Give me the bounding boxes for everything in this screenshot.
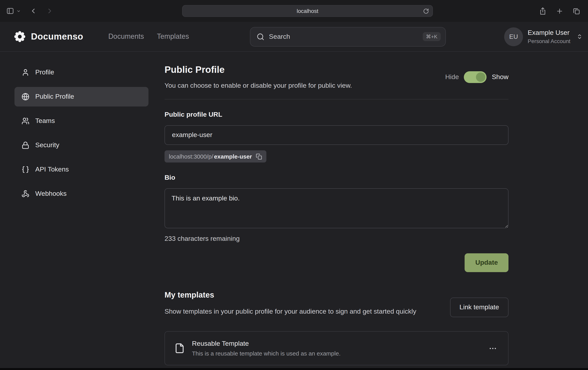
search-icon	[256, 33, 264, 41]
documenso-logo-icon	[14, 31, 26, 43]
profile-url-prefix: localhost:3000/p/	[169, 153, 213, 160]
sidebar-item-label: Public Profile	[35, 93, 74, 101]
sidebar-item-webhooks[interactable]: Webhooks	[14, 184, 148, 204]
my-templates-title: My templates	[165, 290, 416, 299]
lock-icon	[21, 141, 29, 149]
app-header: Documenso Documents Templates Search ⌘+K…	[0, 22, 588, 52]
avatar: EU	[504, 27, 523, 46]
file-icon	[174, 343, 185, 354]
page-subtitle: You can choose to enable or disable your…	[165, 82, 352, 90]
nav-documents[interactable]: Documents	[108, 32, 144, 41]
share-icon[interactable]	[539, 7, 546, 15]
link-template-button[interactable]: Link template	[450, 298, 508, 317]
globe-icon	[21, 93, 29, 101]
user-menu[interactable]: EU Example User Personal Account	[504, 27, 583, 46]
chevron-down-icon[interactable]	[16, 9, 21, 13]
sidebar-item-api-tokens[interactable]: API Tokens	[14, 160, 148, 179]
settings-sidebar: Profile Public Profile Teams Security	[0, 52, 149, 370]
forward-button[interactable]	[46, 7, 54, 15]
new-tab-icon[interactable]	[556, 7, 563, 15]
browser-chrome: localhost	[0, 0, 588, 22]
brand[interactable]: Documenso	[14, 31, 83, 43]
profile-visibility-toggle[interactable]	[464, 71, 487, 83]
toggle-show-label: Show	[492, 73, 508, 81]
users-icon	[21, 117, 29, 125]
template-description: This is a reusable template which is use…	[192, 350, 480, 357]
characters-remaining: 233 characters remaining	[165, 235, 508, 243]
profile-url-slug: example-user	[214, 153, 252, 160]
more-options-button[interactable]	[487, 342, 499, 354]
profile-visibility-toggle-group: Hide Show	[445, 71, 508, 83]
window-bottom-edge	[0, 368, 588, 370]
tab-overview-icon[interactable]	[573, 7, 580, 15]
profile-url-input[interactable]	[165, 125, 508, 145]
search-input[interactable]: Search ⌘+K	[250, 27, 446, 46]
user-name: Example User	[528, 29, 570, 37]
sidebar-item-teams[interactable]: Teams	[14, 111, 148, 131]
sidebar-item-label: Profile	[35, 69, 54, 76]
top-nav: Documents Templates	[108, 32, 189, 41]
copy-icon[interactable]	[256, 153, 262, 160]
sidebar-toggle-icon[interactable]	[6, 7, 14, 15]
url-text: localhost	[297, 8, 318, 14]
webhook-icon	[21, 190, 29, 198]
sidebar-item-label: Teams	[35, 117, 55, 125]
sidebar-item-label: Webhooks	[35, 190, 67, 198]
sidebar-item-security[interactable]: Security	[14, 135, 148, 155]
template-card: Reusable Template This is a reusable tem…	[165, 331, 508, 365]
nav-templates[interactable]: Templates	[157, 32, 189, 41]
sidebar-item-profile[interactable]: Profile	[14, 63, 148, 82]
address-bar[interactable]: localhost	[182, 5, 433, 17]
sidebar-item-label: API Tokens	[35, 166, 69, 174]
back-button[interactable]	[29, 7, 37, 15]
sidebar-item-public-profile[interactable]: Public Profile	[14, 87, 148, 106]
my-templates-subtitle: Show templates in your public profile fo…	[165, 307, 416, 317]
chevrons-up-down-icon	[577, 34, 583, 40]
bio-label: Bio	[165, 174, 508, 182]
profile-url-label: Public profile URL	[165, 111, 508, 119]
toggle-knob	[476, 72, 485, 82]
toggle-hide-label: Hide	[445, 73, 459, 81]
reload-icon[interactable]	[423, 8, 429, 14]
divider	[165, 99, 508, 99]
template-name: Reusable Template	[192, 340, 480, 348]
main-content: Public Profile You can choose to enable …	[149, 52, 588, 370]
bio-textarea[interactable]	[165, 188, 508, 228]
app-window: localhost	[0, 0, 588, 370]
search-shortcut-badge: ⌘+K	[423, 32, 441, 41]
page-title: Public Profile	[165, 64, 352, 75]
search-placeholder: Search	[269, 33, 418, 41]
brand-name: Documenso	[31, 31, 83, 42]
braces-icon	[21, 166, 29, 174]
user-account-type: Personal Account	[528, 38, 570, 44]
update-button[interactable]: Update	[465, 253, 508, 272]
sidebar-item-label: Security	[35, 141, 59, 149]
user-icon	[21, 69, 29, 76]
profile-url-badge[interactable]: localhost:3000/p/example-user	[165, 150, 266, 163]
